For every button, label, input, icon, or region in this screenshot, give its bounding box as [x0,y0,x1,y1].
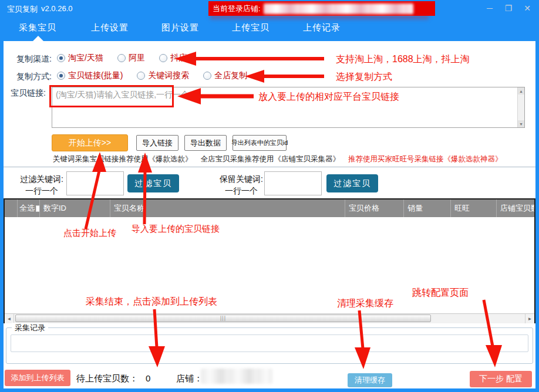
pending-count-label: 待上传宝贝数： [76,373,138,384]
scroll-right-icon[interactable]: ► [525,314,534,323]
radio-doudian[interactable]: 抖店 [159,53,187,63]
section-divider [4,167,535,167]
col-sales: 销量 [404,200,451,217]
table-body [5,217,534,313]
tab-image-settings[interactable]: 图片设置 [161,22,199,33]
shop-name-redacted [201,369,272,384]
version-label: v2.0.26.0 [41,4,73,15]
active-tab-indicator [33,36,43,41]
products-table: 全选 数字ID 宝贝名称 宝贝价格 销量 旺旺 店铺宝贝数 ◄ ||| ► [4,198,535,323]
keep-keywords-label: 保留关键词: 一行一个 [214,173,269,197]
filter-keep-button[interactable]: 过滤宝贝 [326,174,378,192]
radio-whole-store[interactable]: 全店复制 [203,70,247,81]
scroll-down-icon[interactable]: ▼ [518,120,524,127]
filter-exclude-button[interactable]: 过滤宝贝 [127,174,179,192]
exclude-keywords-input[interactable] [66,171,124,195]
links-label: 宝贝链接: [11,88,46,99]
tip-line: 关键词采集宝贝链接推荐使用《爆款选款》 全店宝贝采集推荐使用《店铺宝贝采集器》 … [53,154,503,164]
store-name-redacted [264,4,413,14]
radio-icon [117,54,126,62]
col-spacer [5,200,18,217]
exclude-keywords-label: 过滤关键词: 一行一个 [14,173,69,197]
tab-collect[interactable]: 采集宝贝 [19,22,56,33]
red-tip: 推荐使用买家旺旺号采集链接《爆款选款神器》 [348,154,503,164]
col-select-all[interactable]: 全选 [18,200,40,217]
radio-taobao-tmall[interactable]: 淘宝/天猫 [57,53,103,63]
radio-icon [159,54,167,62]
channel-radio-group: 淘宝/天猫 阿里 抖店 [57,53,187,63]
radio-link-batch[interactable]: 宝贝链接(批量) [57,70,123,81]
scroll-left-icon[interactable]: ◄ [5,314,14,323]
import-links-button[interactable]: 导入链接 [136,135,178,151]
table-header: 全选 数字ID 宝贝名称 宝贝价格 销量 旺旺 店铺宝贝数 [5,200,534,217]
export-data-button[interactable]: 导出数据 [184,135,227,151]
app-title: 宝贝复制 [7,4,38,15]
col-shop-count: 店铺宝贝数 [497,200,534,217]
next-step-button[interactable]: 下一步 配置 [470,371,532,387]
keep-keywords-input[interactable] [264,171,322,195]
export-ids-button[interactable]: 导出列表中的宝贝id [233,135,287,151]
radio-selected-icon [57,72,65,80]
minimize-icon[interactable]: ─ [484,2,496,14]
col-id: 数字ID [40,200,110,217]
close-icon[interactable]: ✕ [521,2,533,14]
scroll-thumb[interactable]: ||| [15,315,431,322]
record-list [11,334,528,352]
shop-label: 店铺： [176,373,203,384]
h-scrollbar[interactable]: ◄ ||| ► [5,313,534,323]
add-to-upload-button[interactable]: 添加到上传列表 [5,370,70,386]
clear-cache-button[interactable]: 清理缓存 [348,373,392,387]
radio-keyword-search[interactable]: 关键词搜索 [137,70,189,81]
links-textarea[interactable] [52,87,525,128]
channel-label: 复制渠道: [16,54,52,65]
tab-upload-settings[interactable]: 上传设置 [91,22,129,33]
scroll-up-icon[interactable]: ▲ [518,87,524,94]
login-banner-label: 当前登录店铺: [213,4,261,14]
window-titlebar: 宝贝复制 v2.0.26.0 [7,4,73,15]
scroll-grip-icon: ||| [220,316,226,321]
radio-icon [203,72,211,80]
keyword-tip: 关键词采集宝贝链接推荐使用《爆款选款》 [53,154,193,164]
mode-radio-group: 宝贝链接(批量) 关键词搜索 全店复制 [57,70,247,81]
tab-upload-records[interactable]: 上传记录 [303,22,341,33]
maximize-icon[interactable]: ❐ [503,2,514,14]
mode-label: 复制方式: [16,72,52,82]
select-all-checkbox[interactable] [36,205,40,212]
radio-ali[interactable]: 阿里 [117,53,145,63]
shop-tip: 全店宝贝采集推荐使用《店铺宝贝采集器》 [201,154,341,164]
tab-upload-items[interactable]: 上传宝贝 [232,22,270,33]
record-label: 采集记录 [12,323,48,333]
window-controls: ─ ❐ ✕ [484,2,533,14]
pending-count-value: 0 [146,373,150,383]
col-wangwang: 旺旺 [451,200,497,217]
radio-selected-icon [57,54,65,62]
radio-icon [137,72,145,80]
start-upload-button[interactable]: 开始上传>> [52,134,128,151]
login-banner: 当前登录店铺: [208,1,435,16]
col-name: 宝贝名称 [110,200,345,217]
col-price: 宝贝价格 [345,200,404,217]
textarea-scrollbar[interactable]: ▲ ▼ [517,87,524,127]
